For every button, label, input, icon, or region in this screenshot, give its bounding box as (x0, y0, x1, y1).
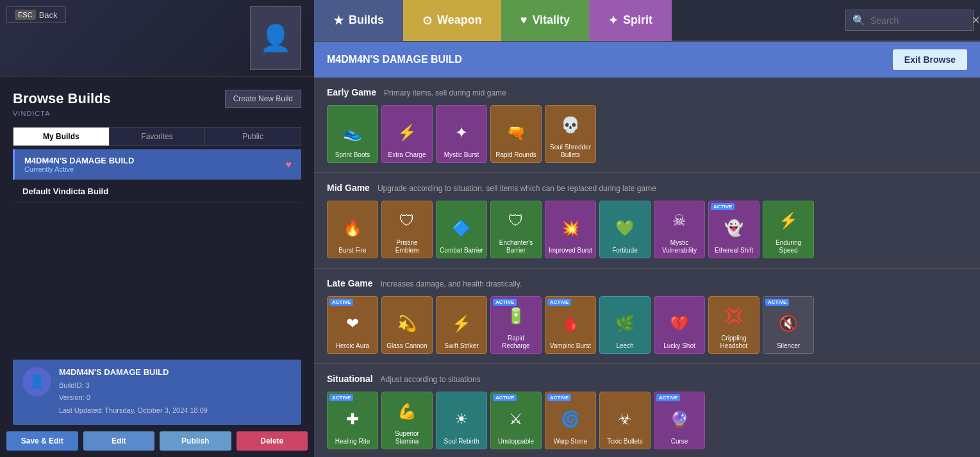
active-badge: ACTIVE (656, 394, 680, 401)
build-info-card: 👤 M4DM4N'S DAMAGE BUILD BuildID: 3 Versi… (13, 360, 301, 425)
item-card-enchanter's-barrier[interactable]: 🛡Enchanter's Barrier (490, 201, 542, 258)
item-card-warp-stone[interactable]: ACTIVE🌀Warp Stone (545, 392, 596, 449)
item-card-lucky-shot[interactable]: 💔Lucky Shot (654, 296, 705, 354)
search-input[interactable] (870, 15, 967, 26)
item-card-fortitude[interactable]: 💚Fortitude (599, 201, 651, 258)
tab-weapon[interactable]: ⊙ Weapon (403, 0, 501, 41)
item-icon-ethereal-shift: 👻 (718, 212, 750, 244)
build-item-default[interactable]: Default Vindicta Build (13, 180, 301, 203)
item-name-glass-cannon: Glass Cannon (386, 342, 427, 350)
build-item-info: M4DM4N'S DAMAGE BUILD Currently Active (24, 156, 134, 173)
edit-button[interactable]: Edit (83, 431, 155, 451)
item-card-silencer[interactable]: ACTIVE🔇Silencer (763, 296, 814, 354)
item-icon-healing-rite: ✚ (336, 403, 369, 435)
item-name-lucky-shot: Lucky Shot (663, 342, 695, 350)
tab-favorites[interactable]: Favorites (110, 128, 206, 145)
item-name-rapid-recharge: Rapid Recharge (494, 335, 538, 350)
delete-button[interactable]: Delete (237, 431, 308, 451)
section-desc-mid: Upgrade according to situation, sell ite… (378, 184, 656, 193)
item-icon-unstoppable: ⚔ (500, 403, 532, 435)
character-header: ESC Back 👤 (0, 0, 314, 77)
item-card-mystic-burst[interactable]: ✦Mystic Burst (436, 105, 487, 163)
item-name-unstoppable: Unstoppable (498, 438, 534, 445)
item-card-combat-barrier[interactable]: 🔷Combat Barrier (436, 201, 487, 258)
item-icon-enchanter's-barrier: 🛡 (500, 204, 532, 237)
item-name-soul-shredder-bullets: Soul Shredder Bullets (548, 144, 593, 159)
item-name-mystic-burst: Mystic Burst (444, 151, 479, 159)
item-icon-silencer: 🔇 (772, 308, 804, 340)
item-card-swift-striker[interactable]: ⚡Swift Striker (436, 296, 487, 354)
item-name-sprint-boots: Sprint Boots (335, 151, 370, 159)
top-navigation: ★ Builds ⊙ Weapon ♥ Vitality ✦ Spirit 🔍 … (314, 0, 980, 42)
build-item-active[interactable]: M4DM4N'S DAMAGE BUILD Currently Active ♥ (13, 149, 301, 180)
item-card-crippling-headshot[interactable]: 💢Crippling Headshot (708, 296, 760, 354)
item-icon-swift-striker: ⚡ (445, 308, 478, 340)
search-bar: 🔍 ✕ (845, 10, 974, 31)
item-card-unstoppable[interactable]: ACTIVE⚔Unstoppable (490, 392, 542, 449)
tab-vitality[interactable]: ♥ Vitality (501, 0, 589, 41)
tab-my-builds[interactable]: My Builds (13, 128, 110, 145)
item-card-superior-stamina[interactable]: 💪Superior Stamina (381, 392, 433, 449)
item-icon-improved-burst: 💥 (554, 212, 586, 244)
item-card-rapid-rounds[interactable]: 🔫Rapid Rounds (490, 105, 542, 163)
item-icon-soul-rebirth: ☀ (445, 403, 478, 435)
active-badge: ACTIVE (547, 299, 571, 306)
save-edit-button[interactable]: Save & Edit (6, 431, 78, 451)
item-icon-mystic-burst: ✦ (445, 117, 478, 149)
items-grid-mid: 🔥Burst Fire🛡Pristine Emblem🔷Combat Barri… (327, 201, 967, 258)
favorite-icon[interactable]: ♥ (286, 159, 292, 170)
item-icon-vampiric-burst: 🩸 (554, 308, 586, 340)
item-card-curse[interactable]: ACTIVE🔮Curse (654, 392, 705, 449)
item-icon-combat-barrier: 🔷 (445, 212, 478, 244)
item-name-mystic-vulnerability: Mystic Vulnerability (657, 239, 702, 254)
item-card-healing-rite[interactable]: ACTIVE✚Healing Rite (327, 392, 378, 449)
items-grid-situational: ACTIVE✚Healing Rite💪Superior Stamina☀Sou… (327, 392, 967, 449)
item-card-leech[interactable]: 🌿Leech (599, 296, 651, 354)
item-name-heroic-aura: Heroic Aura (336, 342, 369, 350)
item-icon-leech: 🌿 (609, 308, 641, 340)
tab-builds[interactable]: ★ Builds (314, 0, 403, 41)
item-card-extra-charge[interactable]: ⚡Extra Charge (381, 105, 433, 163)
exit-browse-button[interactable]: Exit Browse (893, 49, 967, 70)
item-name-leech: Leech (616, 342, 633, 350)
item-card-pristine-emblem[interactable]: 🛡Pristine Emblem (381, 201, 433, 258)
item-icon-curse: 🔮 (663, 403, 695, 435)
back-button[interactable]: ESC Back (6, 6, 66, 23)
item-card-mystic-vulnerability[interactable]: ☠Mystic Vulnerability (654, 201, 705, 258)
item-name-swift-striker: Swift Striker (444, 342, 478, 350)
item-name-enduring-speed: Enduring Speed (766, 239, 811, 254)
browse-builds-section: Browse Builds Create New Build VINDICTA … (0, 77, 314, 216)
item-name-healing-rite: Healing Rite (335, 438, 370, 445)
item-card-glass-cannon[interactable]: 💫Glass Cannon (381, 296, 433, 354)
section-header-early: Early GamePrimary items, sell during mid… (327, 87, 967, 97)
character-avatar: 👤 (250, 6, 301, 70)
item-card-vampiric-burst[interactable]: ACTIVE🩸Vampiric Burst (545, 296, 596, 354)
tab-public[interactable]: Public (205, 128, 301, 145)
item-name-fortitude: Fortitude (612, 247, 637, 254)
search-clear-icon[interactable]: ✕ (972, 14, 980, 26)
back-label: Back (39, 10, 58, 20)
active-badge: ACTIVE (329, 394, 353, 401)
item-card-sprint-boots[interactable]: 👟Sprint Boots (327, 105, 378, 163)
item-card-soul-shredder-bullets[interactable]: 💀Soul Shredder Bullets (545, 105, 596, 163)
publish-button[interactable]: Publish (160, 431, 231, 451)
item-name-ethereal-shift: Ethereal Shift (715, 247, 753, 254)
item-card-heroic-aura[interactable]: ACTIVE❤Heroic Aura (327, 296, 378, 354)
section-label-mid: Mid Game (327, 183, 370, 193)
section-header-mid: Mid GameUpgrade according to situation, … (327, 183, 967, 193)
build-avatar: 👤 (22, 367, 51, 396)
create-new-build-button[interactable]: Create New Build (225, 90, 301, 108)
item-card-ethereal-shift[interactable]: ACTIVE👻Ethereal Shift (708, 201, 760, 258)
item-card-rapid-recharge[interactable]: ACTIVE🔋Rapid Recharge (490, 296, 542, 354)
item-card-enduring-speed[interactable]: ⚡Enduring Speed (763, 201, 814, 258)
section-late: Late GameIncreases damage, and health dr… (314, 269, 980, 364)
builds-label: Builds (349, 13, 384, 27)
build-tabs: My Builds Favorites Public (13, 127, 301, 146)
item-card-soul-rebirth[interactable]: ☀Soul Rebirth (436, 392, 487, 449)
item-card-improved-burst[interactable]: 💥Improved Burst (545, 201, 596, 258)
character-subtitle: VINDICTA (13, 110, 301, 117)
tab-spirit[interactable]: ✦ Spirit (589, 0, 672, 41)
item-card-burst-fire[interactable]: 🔥Burst Fire (327, 201, 378, 258)
item-name-curse: Curse (671, 438, 688, 445)
item-card-toxic-bullets[interactable]: ☣Toxic Bullets (599, 392, 651, 449)
